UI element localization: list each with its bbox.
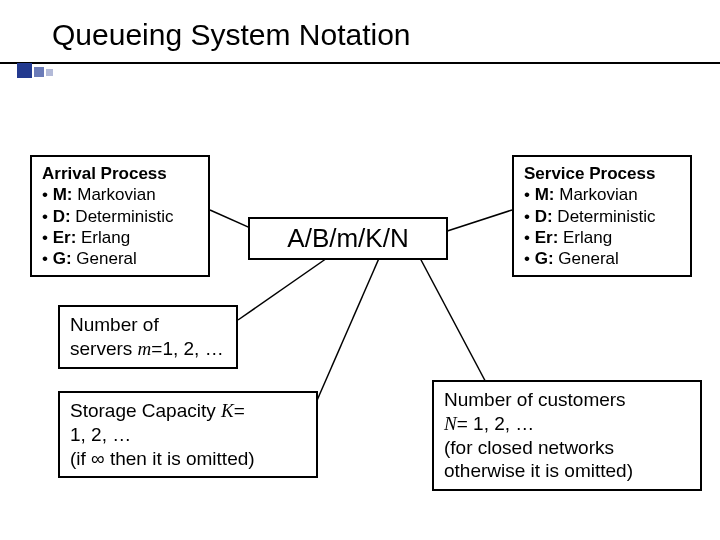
arrival-process-box: Arrival Process M: Markovian D: Determin… bbox=[30, 155, 210, 277]
number-of-servers-box: Number of servers m=1, 2, … bbox=[58, 305, 238, 369]
storage-capacity-box: Storage Capacity K= 1, 2, … (if ∞ then i… bbox=[58, 391, 318, 478]
text: = bbox=[234, 400, 245, 421]
var-k: K bbox=[221, 400, 234, 421]
text: Number of customers bbox=[444, 389, 626, 410]
kendall-notation: A/B/m/K/N bbox=[287, 223, 408, 253]
arrival-item: G: General bbox=[42, 248, 198, 269]
title-bar: Queueing System Notation bbox=[0, 0, 720, 64]
text: otherwise it is omitted) bbox=[444, 460, 633, 481]
svg-line-3 bbox=[315, 256, 380, 405]
var-m: m bbox=[138, 338, 152, 359]
service-process-box: Service Process M: Markovian D: Determin… bbox=[512, 155, 692, 277]
arrival-item: D: Deterministic bbox=[42, 206, 198, 227]
service-item: G: General bbox=[524, 248, 680, 269]
text: (if ∞ then it is omitted) bbox=[70, 448, 255, 469]
service-item: M: Markovian bbox=[524, 184, 680, 205]
text: Storage Capacity bbox=[70, 400, 221, 421]
service-heading: Service Process bbox=[524, 164, 655, 183]
number-of-customers-box: Number of customers N= 1, 2, … (for clos… bbox=[432, 380, 702, 491]
svg-line-4 bbox=[420, 258, 490, 390]
service-item: D: Deterministic bbox=[524, 206, 680, 227]
text: =1, 2, … bbox=[151, 338, 223, 359]
text: servers bbox=[70, 338, 138, 359]
svg-line-2 bbox=[238, 256, 330, 320]
arrival-item: Er: Erlang bbox=[42, 227, 198, 248]
service-item: Er: Erlang bbox=[524, 227, 680, 248]
text: = 1, 2, … bbox=[457, 413, 535, 434]
text: (for closed networks bbox=[444, 437, 614, 458]
arrival-item: M: Markovian bbox=[42, 184, 198, 205]
var-n: N bbox=[444, 413, 457, 434]
text: 1, 2, … bbox=[70, 424, 131, 445]
text: Number of bbox=[70, 314, 159, 335]
slide-title: Queueing System Notation bbox=[52, 18, 720, 52]
arrival-heading: Arrival Process bbox=[42, 164, 167, 183]
kendall-notation-box: A/B/m/K/N bbox=[248, 217, 448, 260]
